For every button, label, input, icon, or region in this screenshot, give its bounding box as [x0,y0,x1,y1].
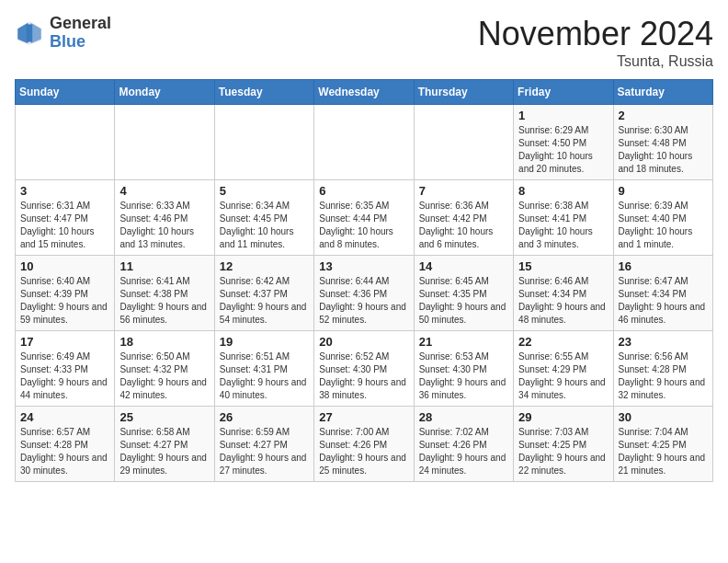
weekday-header: Saturday [613,80,712,105]
day-number: 16 [619,259,708,273]
day-info: Sunrise: 6:40 AM Sunset: 4:39 PM Dayligh… [20,275,109,327]
day-info: Sunrise: 7:03 AM Sunset: 4:25 PM Dayligh… [518,426,608,477]
calendar-cell: 25Sunrise: 6:58 AM Sunset: 4:27 PM Dayli… [115,407,214,482]
calendar-cell: 19Sunrise: 6:51 AM Sunset: 4:31 PM Dayli… [214,331,313,407]
day-number: 1 [518,109,608,122]
day-info: Sunrise: 6:49 AM Sunset: 4:33 PM Dayligh… [20,350,109,402]
calendar-cell: 13Sunrise: 6:44 AM Sunset: 4:36 PM Dayli… [314,256,414,331]
day-number: 15 [518,259,608,273]
day-info: Sunrise: 6:45 AM Sunset: 4:35 PM Dayligh… [419,275,508,327]
day-info: Sunrise: 6:47 AM Sunset: 4:34 PM Dayligh… [619,275,708,327]
day-info: Sunrise: 6:30 AM Sunset: 4:48 PM Dayligh… [619,124,708,176]
svg-rect-3 [27,24,32,41]
weekday-header: Sunday [16,80,115,105]
day-info: Sunrise: 6:56 AM Sunset: 4:28 PM Dayligh… [619,350,708,402]
day-number: 2 [619,109,708,122]
day-info: Sunrise: 6:44 AM Sunset: 4:36 PM Dayligh… [319,275,408,327]
day-number: 8 [518,184,608,198]
calendar-cell: 14Sunrise: 6:45 AM Sunset: 4:35 PM Dayli… [414,256,513,331]
calendar-cell [314,105,414,180]
day-number: 4 [119,184,209,198]
logo-blue-text: Blue [50,33,111,52]
day-number: 6 [319,184,408,198]
day-info: Sunrise: 6:53 AM Sunset: 4:30 PM Dayligh… [419,350,508,402]
calendar-cell: 26Sunrise: 6:59 AM Sunset: 4:27 PM Dayli… [214,407,313,482]
day-number: 29 [518,410,608,424]
calendar-cell: 16Sunrise: 6:47 AM Sunset: 4:34 PM Dayli… [613,256,712,331]
day-number: 21 [419,335,508,349]
day-info: Sunrise: 6:29 AM Sunset: 4:50 PM Dayligh… [518,124,608,176]
calendar-cell: 9Sunrise: 6:39 AM Sunset: 4:40 PM Daylig… [613,180,712,256]
day-info: Sunrise: 6:36 AM Sunset: 4:42 PM Dayligh… [419,200,508,251]
day-number: 12 [220,259,309,273]
day-info: Sunrise: 7:00 AM Sunset: 4:26 PM Dayligh… [319,426,408,477]
weekday-header: Thursday [414,80,513,105]
calendar-cell: 18Sunrise: 6:50 AM Sunset: 4:32 PM Dayli… [115,331,214,407]
day-number: 30 [619,410,708,424]
calendar-cell: 17Sunrise: 6:49 AM Sunset: 4:33 PM Dayli… [16,331,115,407]
calendar-cell: 1Sunrise: 6:29 AM Sunset: 4:50 PM Daylig… [514,105,613,180]
calendar-header-row: SundayMondayTuesdayWednesdayThursdayFrid… [16,80,713,105]
day-info: Sunrise: 7:04 AM Sunset: 4:25 PM Dayligh… [619,426,708,477]
day-number: 5 [220,184,309,198]
calendar-cell: 11Sunrise: 6:41 AM Sunset: 4:38 PM Dayli… [115,256,214,331]
weekday-header: Wednesday [314,80,414,105]
calendar-cell: 4Sunrise: 6:33 AM Sunset: 4:46 PM Daylig… [115,180,214,256]
calendar-week-row: 3Sunrise: 6:31 AM Sunset: 4:47 PM Daylig… [16,180,713,256]
day-info: Sunrise: 6:41 AM Sunset: 4:38 PM Dayligh… [119,275,209,327]
calendar-table: SundayMondayTuesdayWednesdayThursdayFrid… [15,79,713,482]
day-number: 27 [319,410,408,424]
day-info: Sunrise: 6:57 AM Sunset: 4:28 PM Dayligh… [20,426,109,477]
calendar-week-row: 10Sunrise: 6:40 AM Sunset: 4:39 PM Dayli… [16,256,713,331]
calendar-cell: 3Sunrise: 6:31 AM Sunset: 4:47 PM Daylig… [16,180,115,256]
calendar-cell: 8Sunrise: 6:38 AM Sunset: 4:41 PM Daylig… [514,180,613,256]
calendar-cell: 15Sunrise: 6:46 AM Sunset: 4:34 PM Dayli… [514,256,613,331]
day-info: Sunrise: 6:35 AM Sunset: 4:44 PM Dayligh… [319,200,408,251]
day-number: 13 [319,259,408,273]
day-number: 28 [419,410,508,424]
day-number: 9 [619,184,708,198]
calendar-week-row: 24Sunrise: 6:57 AM Sunset: 4:28 PM Dayli… [16,407,713,482]
day-info: Sunrise: 6:38 AM Sunset: 4:41 PM Dayligh… [518,200,608,251]
day-info: Sunrise: 7:02 AM Sunset: 4:26 PM Dayligh… [419,426,508,477]
calendar-cell: 12Sunrise: 6:42 AM Sunset: 4:37 PM Dayli… [214,256,313,331]
calendar-cell: 30Sunrise: 7:04 AM Sunset: 4:25 PM Dayli… [613,407,712,482]
day-number: 14 [419,259,508,273]
calendar-cell: 24Sunrise: 6:57 AM Sunset: 4:28 PM Dayli… [16,407,115,482]
calendar-cell [115,105,214,180]
month-title: November 2024 [478,15,713,53]
calendar-week-row: 1Sunrise: 6:29 AM Sunset: 4:50 PM Daylig… [16,105,713,180]
calendar-cell: 21Sunrise: 6:53 AM Sunset: 4:30 PM Dayli… [414,331,513,407]
day-info: Sunrise: 6:51 AM Sunset: 4:31 PM Dayligh… [220,350,309,402]
weekday-header: Monday [115,80,214,105]
day-number: 17 [20,335,109,349]
day-number: 7 [419,184,508,198]
day-info: Sunrise: 6:42 AM Sunset: 4:37 PM Dayligh… [220,275,309,327]
calendar-cell: 27Sunrise: 7:00 AM Sunset: 4:26 PM Dayli… [314,407,414,482]
day-number: 11 [119,259,209,273]
day-number: 3 [20,184,109,198]
day-number: 24 [20,410,109,424]
calendar-cell: 6Sunrise: 6:35 AM Sunset: 4:44 PM Daylig… [314,180,414,256]
day-info: Sunrise: 6:50 AM Sunset: 4:32 PM Dayligh… [119,350,209,402]
calendar-cell: 10Sunrise: 6:40 AM Sunset: 4:39 PM Dayli… [16,256,115,331]
day-info: Sunrise: 6:39 AM Sunset: 4:40 PM Dayligh… [619,200,708,251]
logo-text: General Blue [50,15,111,52]
day-info: Sunrise: 6:52 AM Sunset: 4:30 PM Dayligh… [319,350,408,402]
calendar-cell [16,105,115,180]
logo-general-text: General [50,15,111,33]
day-number: 20 [319,335,408,349]
title-block: November 2024 Tsunta, Russia [478,15,713,70]
calendar-cell [214,105,313,180]
calendar-cell: 28Sunrise: 7:02 AM Sunset: 4:26 PM Dayli… [414,407,513,482]
day-number: 25 [119,410,209,424]
day-number: 26 [220,410,309,424]
location-text: Tsunta, Russia [478,53,713,70]
logo[interactable]: General Blue [15,15,111,52]
day-info: Sunrise: 6:55 AM Sunset: 4:29 PM Dayligh… [518,350,608,402]
calendar-cell: 22Sunrise: 6:55 AM Sunset: 4:29 PM Dayli… [514,331,613,407]
logo-icon [15,18,44,48]
day-number: 18 [119,335,209,349]
day-info: Sunrise: 6:31 AM Sunset: 4:47 PM Dayligh… [20,200,109,251]
day-number: 22 [518,335,608,349]
